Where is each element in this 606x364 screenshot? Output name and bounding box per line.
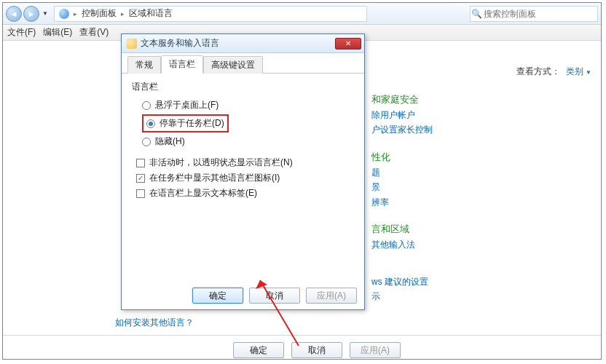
nav-back-button[interactable]: ◄: [6, 6, 22, 22]
radio-hidden[interactable]: 隐藏(H): [132, 134, 354, 149]
parent-cancel-button[interactable]: 取消: [291, 342, 342, 358]
radio-icon: [146, 119, 155, 128]
dialog-buttons: 确定 取消 应用(A): [192, 288, 357, 304]
menu-view[interactable]: 查看(V): [79, 26, 109, 39]
breadcrumb-current[interactable]: 区域和语言: [129, 7, 173, 20]
category-links: 和家庭安全 除用户帐户 户设置家长控制 性化 题 景 辨率 言和区域 其他输入法…: [371, 92, 433, 315]
radio-label: 悬浮于桌面上(F): [155, 99, 219, 111]
chevron-right-icon: ▸: [121, 10, 125, 17]
view-mode: 查看方式： 类别 ▼: [516, 66, 591, 78]
check-show-text-labels[interactable]: 在语言栏上显示文本标签(E): [132, 186, 354, 201]
check-show-icons[interactable]: 在任务栏中显示其他语言栏图标(I): [132, 170, 354, 186]
dialog-title: 文本服务和输入语言: [141, 37, 335, 50]
search-box[interactable]: 🔍: [470, 6, 598, 22]
tab-advanced-keys[interactable]: 高级键设置: [203, 56, 263, 74]
menu-edit[interactable]: 编辑(E): [43, 26, 72, 39]
menu-file[interactable]: 文件(F): [7, 26, 36, 39]
category-link[interactable]: 其他输入法: [371, 237, 433, 252]
dialog-body: 语言栏 悬浮于桌面上(F) 停靠于任务栏(D) 隐藏(H) 非活动时，以透明状态…: [122, 74, 364, 208]
checkbox-label: 非活动时，以透明状态显示语言栏(N): [149, 157, 293, 169]
tab-language-bar[interactable]: 语言栏: [161, 55, 203, 74]
tab-general[interactable]: 常规: [127, 56, 161, 74]
language-bar-group-title: 语言栏: [132, 81, 354, 93]
category-header[interactable]: 和家庭安全: [371, 92, 433, 108]
category-link[interactable]: 户设置家长控制: [371, 122, 433, 137]
category-link[interactable]: 辨率: [371, 195, 433, 210]
dialog-close-button[interactable]: ✕: [335, 38, 361, 50]
apply-button[interactable]: 应用(A): [306, 288, 357, 304]
navigation-bar: ◄ ► ▼ ▸ 控制面板 ▸ 区域和语言 🔍: [3, 3, 601, 25]
check-transparent-inactive[interactable]: 非活动时，以透明状态显示语言栏(N): [132, 155, 354, 170]
radio-label: 隐藏(H): [155, 135, 185, 148]
category-link[interactable]: 景: [371, 180, 433, 194]
category-link[interactable]: 除用户帐户: [371, 108, 433, 122]
checkbox-label: 在语言栏上显示文本标签(E): [149, 187, 257, 199]
parent-ok-button[interactable]: 确定: [233, 342, 284, 358]
parent-button-separator: [3, 335, 601, 336]
install-languages-link[interactable]: 如何安装其他语言？: [115, 317, 194, 329]
parent-apply-button[interactable]: 应用(A): [350, 342, 401, 358]
parent-dialog-buttons: 确定 取消 应用(A): [233, 342, 401, 358]
cancel-button[interactable]: 取消: [249, 288, 300, 304]
radio-float-desktop[interactable]: 悬浮于桌面上(F): [132, 98, 354, 113]
search-icon: 🔍: [471, 9, 484, 19]
view-mode-label: 查看方式：: [516, 66, 560, 76]
checkbox-icon: [136, 174, 145, 183]
search-input[interactable]: [484, 9, 597, 19]
control-panel-icon: [59, 9, 69, 19]
checkbox-icon: [136, 189, 145, 198]
checkbox-label: 在任务栏中显示其他语言栏图标(I): [149, 172, 280, 184]
chevron-right-icon: ▸: [74, 10, 77, 17]
category-link[interactable]: 示: [371, 289, 433, 304]
category-link[interactable]: 题: [371, 165, 433, 180]
dialog-icon: [127, 39, 137, 49]
breadcrumb-root[interactable]: 控制面板: [82, 7, 117, 20]
ok-button[interactable]: 确定: [192, 288, 243, 304]
checkbox-icon: [136, 159, 145, 167]
annotation-highlight: 停靠于任务栏(D): [142, 114, 229, 132]
radio-label: 停靠于任务栏(D): [160, 117, 224, 130]
category-link[interactable]: ws 建议的设置: [371, 274, 433, 289]
radio-icon: [142, 101, 151, 110]
view-mode-link[interactable]: 类别 ▼: [566, 66, 591, 76]
nav-history-dropdown[interactable]: ▼: [41, 6, 50, 22]
category-header[interactable]: 言和区域: [371, 221, 433, 237]
radio-dock-taskbar[interactable]: 停靠于任务栏(D): [132, 113, 354, 134]
breadcrumb-bar[interactable]: ▸ 控制面板 ▸ 区域和语言: [54, 6, 367, 22]
category-header[interactable]: 性化: [371, 149, 433, 165]
nav-forward-button[interactable]: ►: [23, 6, 39, 22]
text-services-dialog: 文本服务和输入语言 ✕ 常规 语言栏 高级键设置 语言栏 悬浮于桌面上(F) 停…: [121, 33, 365, 310]
dialog-tabs: 常规 语言栏 高级键设置: [122, 53, 364, 74]
dialog-titlebar[interactable]: 文本服务和输入语言 ✕: [122, 34, 364, 53]
radio-icon: [142, 138, 151, 146]
